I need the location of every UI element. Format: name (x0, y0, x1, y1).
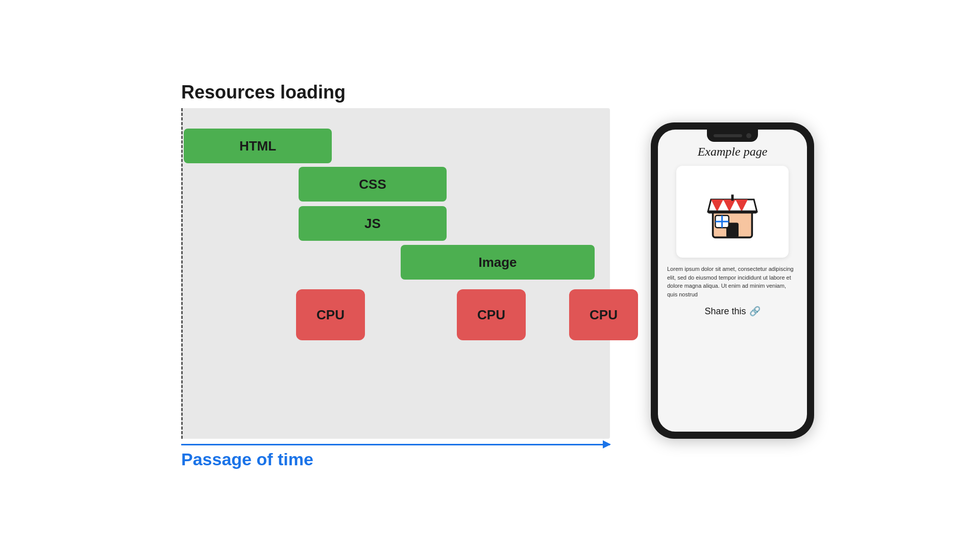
image-bar: Image (401, 245, 595, 280)
store-icon (702, 181, 763, 242)
notch-speaker (714, 134, 742, 137)
phone-share-section[interactable]: Share this 🔗 (704, 306, 760, 317)
css-bar: CSS (299, 167, 447, 202)
diagram-container: Resources loading HTML CSS JS Image CPU … (166, 82, 610, 469)
diagram-chart: HTML CSS JS Image CPU CPU CPU (181, 108, 610, 439)
time-axis (181, 444, 610, 445)
phone-container: Example page (651, 122, 814, 429)
phone-page-title: Example page (698, 145, 768, 159)
dashed-line (181, 108, 183, 439)
phone-body-text: Lorem ipsum dolor sit amet, consectetur … (658, 265, 807, 298)
svg-rect-9 (708, 211, 757, 214)
html-bar: HTML (184, 129, 332, 163)
js-bar: JS (299, 206, 447, 241)
link-icon: 🔗 (749, 306, 761, 317)
time-label: Passage of time (166, 449, 610, 469)
time-arrow (181, 444, 610, 445)
share-label: Share this (704, 306, 746, 317)
notch-camera (746, 133, 751, 138)
phone-screen: Example page (658, 130, 807, 432)
phone-notch (707, 130, 758, 142)
cpu-bar-3: CPU (569, 289, 638, 340)
cpu-bar-1: CPU (296, 289, 365, 340)
phone-image-card (676, 166, 789, 258)
cpu-bar-2: CPU (457, 289, 526, 340)
diagram-title: Resources loading (166, 82, 610, 103)
phone-frame: Example page (651, 122, 814, 439)
svg-rect-10 (731, 194, 734, 201)
